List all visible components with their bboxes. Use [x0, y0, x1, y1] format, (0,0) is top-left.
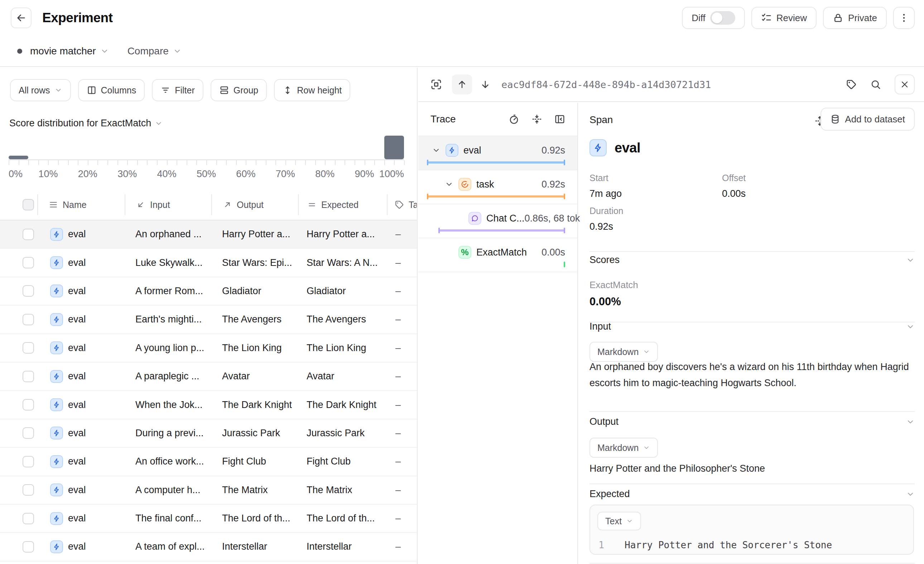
table-row[interactable]: eval When the Jok... The Dark Knight The…: [0, 391, 417, 419]
row-checkbox[interactable]: [22, 456, 34, 467]
group-icon: [219, 85, 229, 95]
row-output: The Lord of th...: [222, 513, 291, 524]
chevron-down-icon: [643, 348, 650, 355]
select-all-checkbox[interactable]: [22, 199, 34, 211]
tag-icon[interactable]: [846, 79, 856, 90]
row-output: The Lion King: [222, 343, 282, 353]
row-checkbox[interactable]: [22, 427, 34, 439]
axis-tick: [226, 160, 227, 165]
close-panel-button[interactable]: [895, 75, 915, 94]
all-rows-label: All rows: [19, 85, 50, 96]
diff-label: Diff: [692, 12, 705, 24]
search-icon[interactable]: [870, 79, 881, 90]
row-checkbox[interactable]: [22, 371, 34, 382]
columns-button[interactable]: Columns: [78, 79, 145, 101]
axis-tick: [404, 160, 405, 165]
row-checkbox[interactable]: [22, 342, 34, 353]
table-row[interactable]: eval A paraplegic ... Avatar Avatar –: [0, 362, 417, 391]
back-button[interactable]: [11, 7, 32, 28]
column-header-expected[interactable]: Expected: [298, 194, 387, 215]
table-row[interactable]: eval A former Rom... Gladiator Gladiator…: [0, 277, 417, 306]
previous-row-button[interactable]: [452, 75, 472, 94]
table-row[interactable]: eval An orphaned ... Harry Potter a... H…: [0, 220, 417, 249]
row-checkbox[interactable]: [22, 484, 34, 496]
row-checkbox[interactable]: [22, 541, 34, 552]
chevron-down-icon: [906, 490, 915, 498]
column-header-output[interactable]: Output: [211, 194, 298, 215]
stopwatch-icon[interactable]: [508, 114, 519, 124]
eval-lightning-icon: [50, 540, 63, 553]
column-header-tag[interactable]: Tag: [387, 194, 418, 215]
table-body: eval An orphaned ... Harry Potter a... H…: [0, 220, 417, 564]
row-expected: The Dark Knight: [307, 399, 376, 410]
next-row-button[interactable]: [480, 79, 490, 90]
column-header-input[interactable]: Input: [124, 194, 211, 215]
span-label: task: [476, 179, 494, 190]
table-row[interactable]: eval A computer h... The Matrix The Matr…: [0, 476, 417, 504]
column-header-name[interactable]: Name: [37, 194, 124, 215]
eval-lightning-icon: [50, 455, 63, 468]
trace-row-eval[interactable]: eval 0.92s: [418, 136, 578, 171]
scores-section-header[interactable]: Scores: [590, 254, 915, 266]
trace-row-chat-completion[interactable]: Chat C... 0.86s, 68 tok: [418, 204, 578, 238]
row-checkbox[interactable]: [22, 314, 34, 325]
output-section-header[interactable]: Output: [590, 416, 915, 427]
trace-row-task[interactable]: task 0.92s: [418, 171, 578, 204]
table-row[interactable]: eval A team of expl... Interstellar Inte…: [0, 533, 417, 561]
review-button[interactable]: Review: [752, 7, 816, 29]
row-input: A computer h...: [135, 485, 201, 496]
row-height-button[interactable]: Row height: [274, 79, 350, 101]
diff-toggle[interactable]: [710, 11, 735, 25]
row-expected: The Lord of th...: [307, 513, 375, 524]
project-status-dot: [17, 49, 22, 54]
row-checkbox[interactable]: [22, 229, 34, 240]
expected-section-header[interactable]: Expected: [590, 489, 915, 500]
more-menu-button[interactable]: [893, 7, 915, 29]
format-value: Markdown: [597, 347, 639, 357]
project-selector[interactable]: movie matcher: [30, 45, 96, 57]
compare-selector[interactable]: Compare: [128, 45, 169, 57]
row-height-icon: [283, 85, 292, 95]
row-name: eval: [68, 428, 86, 439]
axis-tick: [295, 160, 296, 165]
chevron-down-icon[interactable]: [445, 180, 453, 188]
axis-tick: [374, 160, 375, 165]
row-output: The Dark Knight: [222, 399, 292, 410]
diff-toggle-button[interactable]: Diff: [682, 7, 745, 29]
input-section-header[interactable]: Input: [590, 321, 915, 332]
score-distribution-header[interactable]: Score distribution for ExactMatch: [9, 118, 163, 129]
collapse-vertical-icon[interactable]: [531, 114, 542, 124]
table-row[interactable]: eval The final conf... The Lord of th...…: [0, 504, 417, 533]
filter-button[interactable]: Filter: [152, 79, 203, 101]
row-checkbox[interactable]: [22, 399, 34, 410]
axis-tick: [157, 160, 158, 165]
chevron-down-icon: [906, 322, 915, 331]
private-button[interactable]: Private: [823, 7, 887, 29]
maximize-icon[interactable]: [430, 79, 442, 90]
chevron-down-icon[interactable]: [432, 146, 441, 155]
axis-tick: [167, 160, 168, 165]
table-row[interactable]: eval An office work... Fight Club Fight …: [0, 448, 417, 476]
row-tag: –: [395, 343, 401, 353]
add-to-dataset-button[interactable]: Add to dataset: [820, 108, 915, 131]
expected-format-select[interactable]: Text: [597, 512, 641, 530]
row-checkbox[interactable]: [22, 285, 34, 297]
input-text: An orphaned boy discovers he's a wizard …: [590, 359, 915, 391]
group-label: Group: [234, 85, 258, 96]
trace-tree-panel: Trace eval 0.92s: [418, 103, 578, 564]
timeline-cap: [564, 262, 565, 267]
row-checkbox[interactable]: [22, 513, 34, 524]
group-button[interactable]: Group: [211, 79, 267, 101]
trace-row-exactmatch[interactable]: % ExactMatch 0.00s: [418, 238, 578, 272]
timeline-cap: [564, 194, 565, 199]
table-row[interactable]: eval During a previ... Jurassic Park Jur…: [0, 419, 417, 448]
collapse-panel-icon[interactable]: [554, 114, 565, 124]
table-row[interactable]: eval Earth's mighti... The Avengers The …: [0, 306, 417, 334]
table-row[interactable]: eval Luke Skywalk... Star Wars: Epi... S…: [0, 249, 417, 277]
output-format-select[interactable]: Markdown: [590, 438, 658, 458]
table-row[interactable]: eval A young lion p... The Lion King The…: [0, 334, 417, 362]
all-rows-filter-button[interactable]: All rows: [10, 79, 71, 101]
arrow-down-left-icon: [136, 200, 146, 209]
row-name: eval: [68, 371, 86, 382]
row-checkbox[interactable]: [22, 257, 34, 268]
